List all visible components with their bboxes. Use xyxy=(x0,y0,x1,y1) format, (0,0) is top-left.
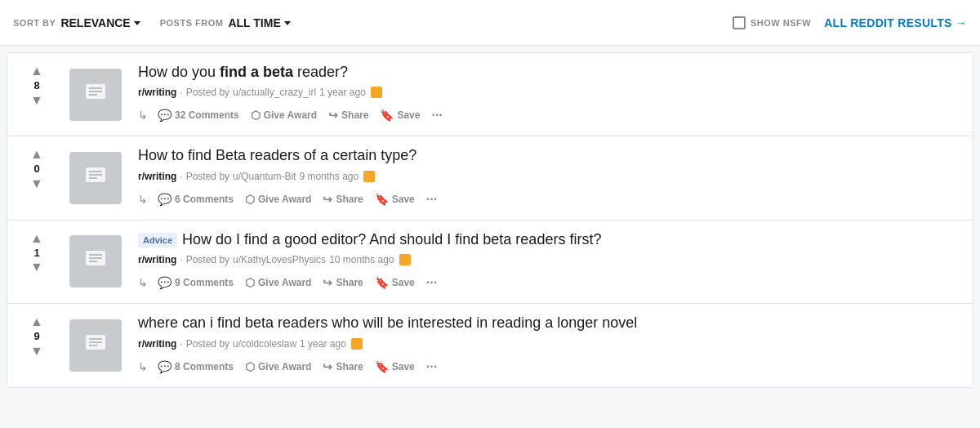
post-posted-by: Posted by xyxy=(186,254,229,265)
nsfw-label: SHOW NSFW xyxy=(751,18,811,28)
sort-group: SORT BY RELEVANCE xyxy=(13,16,140,29)
post-subreddit[interactable]: r/writing xyxy=(138,254,176,265)
advice-badge: Advice xyxy=(138,233,177,247)
thumbnail-column xyxy=(63,146,128,209)
share-label: Share xyxy=(336,277,363,288)
vote-column: ▲ 8 ▼ xyxy=(20,63,53,126)
post-time: 10 months ago xyxy=(329,254,394,265)
save-label: Save xyxy=(397,109,420,121)
share-label: Share xyxy=(336,361,363,372)
vote-count: 8 xyxy=(33,79,39,92)
upvote-button[interactable]: ▲ xyxy=(30,148,43,161)
save-button[interactable]: 🔖 Save xyxy=(370,357,420,377)
downvote-button[interactable]: ▼ xyxy=(30,94,43,107)
give-award-button[interactable]: ⬡ Give Award xyxy=(240,189,316,209)
vote-count: 1 xyxy=(33,247,39,260)
share-button[interactable]: ↪ Share xyxy=(318,357,368,377)
vote-count: 9 xyxy=(33,330,39,343)
post-author[interactable]: u/KathyLovesPhysics xyxy=(233,254,326,265)
downvote-button[interactable]: ▼ xyxy=(30,177,43,190)
post-author[interactable]: u/coldcoleslaw xyxy=(233,338,296,350)
post-title-text: How do you find a beta reader? xyxy=(138,64,348,80)
post-title: How do you find a beta reader? xyxy=(138,63,960,82)
save-icon: 🔖 xyxy=(375,276,389,289)
post-meta: r/writing · Posted by u/KathyLovesPhysic… xyxy=(138,254,960,265)
upvote-button[interactable]: ▲ xyxy=(30,315,43,328)
posts-from-dropdown[interactable]: ALL TIME xyxy=(228,16,290,29)
post-meta: r/writing · Posted by u/actually_crazy_i… xyxy=(138,87,960,98)
share-button[interactable]: ↪ Share xyxy=(323,105,373,125)
more-options-button[interactable]: ··· xyxy=(421,189,442,210)
save-button[interactable]: 🔖 Save xyxy=(370,273,420,292)
text-post-icon xyxy=(84,249,107,274)
thumbnail-column xyxy=(63,314,128,377)
post-content: How do you find a beta reader? r/writing… xyxy=(138,63,960,126)
post-title: How to find Beta readers of a certain ty… xyxy=(138,146,960,165)
comments-button[interactable]: 💬 6 Comments xyxy=(153,189,238,209)
give-award-button[interactable]: ⬡ Give Award xyxy=(240,357,316,377)
post-time: 1 year ago xyxy=(300,338,346,350)
upvote-button[interactable]: ▲ xyxy=(30,232,43,245)
post-title-text: How to find Beta readers of a certain ty… xyxy=(138,147,416,163)
comment-icon: 💬 xyxy=(158,276,172,289)
post-thumbnail xyxy=(69,235,122,288)
give-award-label: Give Award xyxy=(258,361,311,372)
comments-button[interactable]: 💬 32 Comments xyxy=(153,105,244,125)
vote-count: 0 xyxy=(33,163,39,176)
share-icon: ↪ xyxy=(323,276,332,289)
downvote-button[interactable]: ▼ xyxy=(30,345,43,358)
sort-value: RELEVANCE xyxy=(60,16,130,29)
search-results: ▲ 8 ▼ How do you find a beta reader? r/w… xyxy=(7,52,973,388)
post-subreddit[interactable]: r/writing xyxy=(138,338,176,350)
thumbnail-column xyxy=(63,230,128,293)
more-options-button[interactable]: ··· xyxy=(426,105,447,126)
post-author[interactable]: u/actually_crazy_irl xyxy=(233,87,316,98)
save-label: Save xyxy=(392,361,415,372)
comments-button[interactable]: 💬 9 Comments xyxy=(153,273,238,292)
post-subreddit[interactable]: r/writing xyxy=(138,87,176,98)
post-thumbnail xyxy=(69,152,122,204)
action-bar: ↳ 💬 9 Comments ⬡ Give Award ↪ Share 🔖 Sa… xyxy=(138,272,960,293)
save-button[interactable]: 🔖 Save xyxy=(370,189,420,209)
more-options-button[interactable]: ··· xyxy=(421,272,442,293)
post-author[interactable]: u/Quantum-Bit xyxy=(233,171,296,182)
award-badge-icon xyxy=(363,171,375,182)
post-meta: r/writing · Posted by u/coldcoleslaw 1 y… xyxy=(138,338,960,350)
share-button[interactable]: ↪ Share xyxy=(318,189,368,209)
more-options-button[interactable]: ··· xyxy=(421,356,442,377)
upvote-button[interactable]: ▲ xyxy=(30,65,43,78)
comments-button[interactable]: 💬 8 Comments xyxy=(153,357,238,377)
downvote-button[interactable]: ▼ xyxy=(30,261,43,274)
post-subreddit[interactable]: r/writing xyxy=(138,171,176,182)
post-title: where can i find beta readers who will b… xyxy=(138,314,960,332)
post-item: ▲ 8 ▼ How do you find a beta reader? r/w… xyxy=(7,53,973,136)
all-reddit-results-link[interactable]: ALL REDDIT RESULTS → xyxy=(824,16,967,29)
comments-count: 6 Comments xyxy=(175,194,234,205)
sort-dropdown[interactable]: RELEVANCE xyxy=(60,16,140,29)
share-button[interactable]: ↪ Share xyxy=(318,273,368,292)
action-bar: ↳ 💬 32 Comments ⬡ Give Award ↪ Share 🔖 S… xyxy=(138,105,960,126)
post-content: AdviceHow do I find a good editor? And s… xyxy=(138,230,960,293)
post-thumbnail xyxy=(69,319,122,372)
give-award-button[interactable]: ⬡ Give Award xyxy=(240,273,316,292)
comment-icon: 💬 xyxy=(158,360,172,373)
give-award-button[interactable]: ⬡ Give Award xyxy=(246,105,322,125)
share-label: Share xyxy=(341,109,368,121)
award-badge-icon xyxy=(371,87,382,98)
expand-icon: ↳ xyxy=(138,360,148,373)
expand-icon: ↳ xyxy=(138,276,148,289)
comments-count: 32 Comments xyxy=(175,109,239,121)
post-posted-by: Posted by xyxy=(186,87,229,98)
expand-icon: ↳ xyxy=(138,193,148,206)
vote-column: ▲ 9 ▼ xyxy=(20,314,53,377)
save-icon: 🔖 xyxy=(380,109,394,122)
save-button[interactable]: 🔖 Save xyxy=(375,105,425,125)
vote-column: ▲ 0 ▼ xyxy=(20,146,53,209)
post-title-text: where can i find beta readers who will b… xyxy=(138,314,637,331)
post-posted-by: Posted by xyxy=(186,171,229,182)
vote-column: ▲ 1 ▼ xyxy=(20,230,53,293)
nsfw-checkbox[interactable] xyxy=(733,16,746,29)
posts-from-group: POSTS FROM ALL TIME xyxy=(160,16,291,29)
save-icon: 🔖 xyxy=(375,360,389,373)
post-thumbnail xyxy=(69,69,122,121)
